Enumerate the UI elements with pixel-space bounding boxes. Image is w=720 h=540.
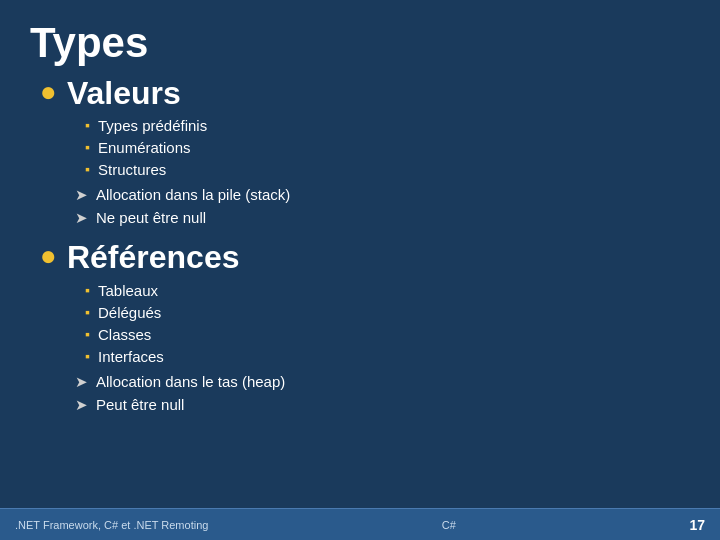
sub-marker-s2: ▪ xyxy=(85,305,90,319)
section-valeurs: ● Valeurs ▪ Types prédéfinis ▪ Enumérati… xyxy=(40,76,690,232)
footer-center-text: C# xyxy=(442,519,456,531)
arrow-marker-s2: ➤ xyxy=(75,394,88,415)
section1-sub1-text: Types prédéfinis xyxy=(98,115,207,136)
slide-footer: .NET Framework, C# et .NET Remoting C# 1… xyxy=(0,508,720,540)
sub-marker-2: ▪ xyxy=(85,140,90,154)
arrow-marker-2: ➤ xyxy=(75,207,88,228)
section1-arrow2-text: Ne peut être null xyxy=(96,207,206,228)
section1-heading: Valeurs xyxy=(67,76,181,111)
slide: Types ● Valeurs ▪ Types prédéfinis ▪ Enu… xyxy=(0,0,720,540)
section1-arrow2: ➤ Ne peut être null xyxy=(75,207,690,228)
section1-sub2-text: Enumérations xyxy=(98,137,191,158)
slide-title: Types xyxy=(30,20,690,66)
section-references: ● Références ▪ Tableaux ▪ Délégués ▪ Cla… xyxy=(40,240,690,418)
section1-sub1: ▪ Types prédéfinis xyxy=(85,115,690,136)
section2-heading-row: ● Références xyxy=(40,240,690,275)
footer-page-number: 17 xyxy=(689,517,705,533)
section2-sub1: ▪ Tableaux xyxy=(85,280,690,301)
slide-content: ● Valeurs ▪ Types prédéfinis ▪ Enumérati… xyxy=(30,76,690,510)
section1-sub3-text: Structures xyxy=(98,159,166,180)
section1-arrow-bullets: ➤ Allocation dans la pile (stack) ➤ Ne p… xyxy=(75,184,690,228)
section2-arrow1-text: Allocation dans le tas (heap) xyxy=(96,371,285,392)
sub-marker-s1: ▪ xyxy=(85,283,90,297)
arrow-marker-1: ➤ xyxy=(75,184,88,205)
section1-arrow1-text: Allocation dans la pile (stack) xyxy=(96,184,290,205)
section2-arrow2-text: Peut être null xyxy=(96,394,184,415)
sub-marker-1: ▪ xyxy=(85,118,90,132)
section1-sub3: ▪ Structures xyxy=(85,159,690,180)
section2-arrow-bullets: ➤ Allocation dans le tas (heap) ➤ Peut ê… xyxy=(75,371,690,415)
sub-marker-s3: ▪ xyxy=(85,327,90,341)
section2-sub4: ▪ Interfaces xyxy=(85,346,690,367)
section2-bullet-dot: ● xyxy=(40,242,57,270)
footer-left-text: .NET Framework, C# et .NET Remoting xyxy=(15,519,208,531)
section1-sub-bullets: ▪ Types prédéfinis ▪ Enumérations ▪ Stru… xyxy=(85,115,690,180)
section2-sub3: ▪ Classes xyxy=(85,324,690,345)
arrow-marker-s1: ➤ xyxy=(75,371,88,392)
sub-marker-3: ▪ xyxy=(85,162,90,176)
section2-arrow2: ➤ Peut être null xyxy=(75,394,690,415)
section2-sub4-text: Interfaces xyxy=(98,346,164,367)
section1-bullet-dot: ● xyxy=(40,78,57,106)
section2-sub2: ▪ Délégués xyxy=(85,302,690,323)
sub-marker-s4: ▪ xyxy=(85,349,90,363)
section1-heading-row: ● Valeurs xyxy=(40,76,690,111)
section2-sub2-text: Délégués xyxy=(98,302,161,323)
section1-sub2: ▪ Enumérations xyxy=(85,137,690,158)
section2-sub1-text: Tableaux xyxy=(98,280,158,301)
section2-arrow1: ➤ Allocation dans le tas (heap) xyxy=(75,371,690,392)
section2-heading: Références xyxy=(67,240,240,275)
section2-sub3-text: Classes xyxy=(98,324,151,345)
section2-sub-bullets: ▪ Tableaux ▪ Délégués ▪ Classes ▪ Interf… xyxy=(85,280,690,367)
section1-arrow1: ➤ Allocation dans la pile (stack) xyxy=(75,184,690,205)
